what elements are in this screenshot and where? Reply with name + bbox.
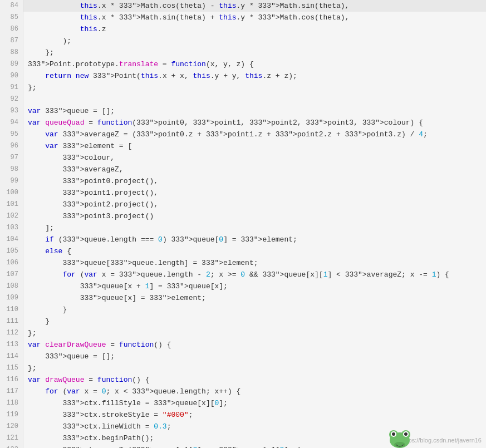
code-content: 333">point2.project(), bbox=[23, 199, 486, 210]
table-row: 92 bbox=[0, 93, 486, 105]
code-content: }; bbox=[23, 362, 486, 374]
code-content: 333">queue[x] = 333">element; bbox=[23, 292, 486, 304]
line-number: 113 bbox=[0, 339, 23, 351]
code-content: ); bbox=[23, 35, 486, 47]
table-row: 115}; bbox=[0, 362, 486, 374]
line-number: 114 bbox=[0, 351, 23, 362]
code-content: this.x * 333">Math.cos(theta) - this.y *… bbox=[23, 0, 486, 12]
table-row: 93var 333">queue = []; bbox=[0, 105, 486, 117]
table-row: 86 this.z bbox=[0, 23, 486, 35]
code-content: this.z bbox=[23, 23, 486, 35]
code-content: 333">ctx.strokeStyle = "#000"; bbox=[23, 409, 486, 421]
line-number: 90 bbox=[0, 70, 23, 82]
code-content: }; bbox=[23, 327, 486, 339]
line-number: 118 bbox=[0, 397, 23, 409]
table-row: 107 for (var x = 333">queue.length - 2; … bbox=[0, 269, 486, 280]
table-row: 103 ]; bbox=[0, 222, 486, 234]
table-row: 112}; bbox=[0, 327, 486, 339]
table-row: 102 333">point3.project() bbox=[0, 210, 486, 222]
line-number: 86 bbox=[0, 23, 23, 35]
code-content: 333">ctx.lineWidth = 0.3; bbox=[23, 421, 486, 432]
line-number: 96 bbox=[0, 140, 23, 152]
table-row: 104 if (333">queue.length === 0) 333">qu… bbox=[0, 234, 486, 245]
table-row: 100 333">point1.project(), bbox=[0, 187, 486, 199]
table-row: 114 333">queue = []; bbox=[0, 351, 486, 362]
code-content: 333">queue[x + 1] = 333">queue[x]; bbox=[23, 280, 486, 292]
table-row: 106 333">queue[333">queue.length] = 333"… bbox=[0, 257, 486, 269]
table-row: 94var queueQuad = function(333">point0, … bbox=[0, 117, 486, 129]
svg-point-6 bbox=[404, 432, 408, 436]
code-content: return new 333">Point(this.x + x, this.y… bbox=[23, 70, 486, 82]
line-number: 105 bbox=[0, 245, 23, 257]
line-number: 112 bbox=[0, 327, 23, 339]
code-content: var drawQueue = function() { bbox=[23, 374, 486, 386]
code-content: this.x * 333">Math.sin(theta) + this.y *… bbox=[23, 12, 486, 23]
code-content: var clearDrawQueue = function() { bbox=[23, 339, 486, 351]
mascot-icon bbox=[386, 424, 408, 446]
line-number: 97 bbox=[0, 152, 23, 164]
table-row: 105 else { bbox=[0, 245, 486, 257]
table-row: 87 ); bbox=[0, 35, 486, 47]
line-number: 87 bbox=[0, 35, 23, 47]
line-number: 100 bbox=[0, 187, 23, 199]
line-number: 91 bbox=[0, 82, 23, 93]
line-number: 101 bbox=[0, 199, 23, 210]
line-number: 103 bbox=[0, 222, 23, 234]
table-row: 97 333">colour, bbox=[0, 152, 486, 164]
code-content: 333">ctx.fillStyle = 333">queue[x][0]; bbox=[23, 397, 486, 409]
line-number: 98 bbox=[0, 164, 23, 175]
code-content: 333">queue = []; bbox=[23, 351, 486, 362]
code-content: }; bbox=[23, 47, 486, 58]
code-content: 333">ctx.moveTo(333">queue[x][2].x, 333"… bbox=[23, 444, 486, 448]
line-number: 119 bbox=[0, 409, 23, 421]
table-row: 99 333">point0.project(), bbox=[0, 175, 486, 187]
line-number: 89 bbox=[0, 58, 23, 70]
line-number: 110 bbox=[0, 304, 23, 316]
table-row: 111 } bbox=[0, 316, 486, 327]
code-editor: 84 this.x * 333">Math.cos(theta) - this.… bbox=[0, 0, 486, 448]
table-row: 119 333">ctx.strokeStyle = "#000"; bbox=[0, 409, 486, 421]
table-row: 95 var 333">averageZ = (333">point0.z + … bbox=[0, 129, 486, 140]
code-content: 333">Point.prototype.translate = functio… bbox=[23, 58, 486, 70]
code-content: 333">point3.project() bbox=[23, 210, 486, 222]
code-content: ]; bbox=[23, 222, 486, 234]
line-number: 99 bbox=[0, 175, 23, 187]
table-row: 89333">Point.prototype.translate = funct… bbox=[0, 58, 486, 70]
table-row: 113var clearDrawQueue = function() { bbox=[0, 339, 486, 351]
line-number: 121 bbox=[0, 432, 23, 444]
table-row: 108 333">queue[x + 1] = 333">queue[x]; bbox=[0, 280, 486, 292]
table-row: 91}; bbox=[0, 82, 486, 93]
code-content: for (var x = 0; x < 333">queue.length; x… bbox=[23, 386, 486, 397]
table-row: 84 this.x * 333">Math.cos(theta) - this.… bbox=[0, 0, 486, 12]
table-row: 116var drawQueue = function() { bbox=[0, 374, 486, 386]
line-number: 85 bbox=[0, 12, 23, 23]
line-number: 95 bbox=[0, 129, 23, 140]
line-number: 106 bbox=[0, 257, 23, 269]
code-content: if (333">queue.length === 0) 333">queue[… bbox=[23, 234, 486, 245]
table-row: 109 333">queue[x] = 333">element; bbox=[0, 292, 486, 304]
code-content: var 333">queue = []; bbox=[23, 105, 486, 117]
table-row: 96 var 333">element = [ bbox=[0, 140, 486, 152]
line-number: 117 bbox=[0, 386, 23, 397]
line-number: 94 bbox=[0, 117, 23, 129]
code-content: 333">queue[333">queue.length] = 333">ele… bbox=[23, 257, 486, 269]
code-content: } bbox=[23, 304, 486, 316]
code-content: 333">averageZ, bbox=[23, 164, 486, 175]
table-row: 85 this.x * 333">Math.sin(theta) + this.… bbox=[0, 12, 486, 23]
line-number: 120 bbox=[0, 421, 23, 432]
code-content: var 333">element = [ bbox=[23, 140, 486, 152]
code-content: else { bbox=[23, 245, 486, 257]
line-number: 84 bbox=[0, 0, 23, 12]
code-content: 333">colour, bbox=[23, 152, 486, 164]
svg-point-5 bbox=[392, 432, 395, 436]
line-number: 108 bbox=[0, 280, 23, 292]
table-row: 101 333">point2.project(), bbox=[0, 199, 486, 210]
line-number: 93 bbox=[0, 105, 23, 117]
line-number: 122 bbox=[0, 444, 23, 448]
table-row: 110 } bbox=[0, 304, 486, 316]
line-number: 116 bbox=[0, 374, 23, 386]
line-number: 109 bbox=[0, 292, 23, 304]
table-row: 98 333">averageZ, bbox=[0, 164, 486, 175]
line-number: 88 bbox=[0, 47, 23, 58]
table-row: 90 return new 333">Point(this.x + x, thi… bbox=[0, 70, 486, 82]
